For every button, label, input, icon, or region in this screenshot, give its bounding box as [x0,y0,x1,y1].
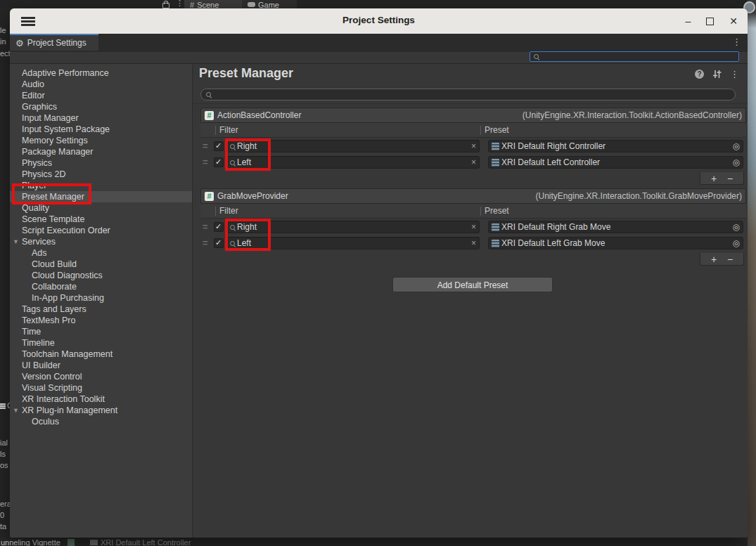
drag-handle-icon[interactable]: = [203,141,208,151]
object-picker-icon[interactable]: ◎ [733,142,740,150]
sidebar-item-physics[interactable]: Physics [10,157,192,169]
section-grabmoveprovider: # GrabMoveProvider (UnityEngine.XR.Inter… [200,188,746,267]
sidebar-item-memory-settings[interactable]: Memory Settings [10,135,192,146]
clear-icon[interactable]: × [471,222,476,232]
preset-sliders-icon[interactable] [712,70,722,79]
sidebar-item-timeline[interactable]: Timeline [10,337,192,349]
sidebar-item-ads[interactable]: Ads [10,247,192,259]
bg-text-fragment: unneling Vignette [1,538,60,546]
add-rule-button[interactable]: + [711,174,717,183]
sidebar-item-collaborate[interactable]: Collaborate [10,281,192,292]
foldout-arrow-icon[interactable]: ▼ [13,405,19,416]
clear-icon[interactable]: × [471,157,476,167]
sidebar-item-physics-2d[interactable]: Physics 2D [10,169,192,180]
sidebar-item-audio[interactable]: Audio [10,79,192,90]
object-picker-icon[interactable]: ◎ [733,239,740,247]
close-button[interactable]: ✕ [729,16,738,26]
remove-rule-button[interactable]: − [727,254,733,264]
sidebar-item-textmesh-pro[interactable]: TextMesh Pro [10,315,192,326]
bg-text-fragment: C [0,401,10,410]
object-picker-icon[interactable]: ◎ [733,158,740,167]
bg-text-fragment: ial [0,438,10,447]
preset-object-field[interactable]: XRI Default Right Controller ◎ [488,140,743,152]
drag-handle-icon[interactable]: = [203,157,208,167]
sidebar-item-scene-template[interactable]: Scene Template [10,214,192,225]
sidebar-item-cloud-diagnostics[interactable]: Cloud Diagnostics [10,270,192,281]
sidebar-item-script-execution-order[interactable]: Script Execution Order [10,225,192,236]
sidebar-item-xr-interaction-toolkit[interactable]: XR Interaction Toolkit [10,394,192,405]
sidebar-item-label: Toolchain Management [22,349,113,359]
window-titlebar[interactable]: Project Settings – ✕ [10,8,748,34]
sidebar-item-cloud-build[interactable]: Cloud Build [10,259,192,270]
sidebar-item-xr-plug-in-management[interactable]: ▼XR Plug-in Management [10,405,192,416]
preset-column-header: Preset [485,123,509,138]
kebab-icon[interactable]: ⋮ [732,37,741,46]
preset-asset-icon [90,540,98,545]
maximize-button[interactable] [706,18,714,25]
object-picker-icon[interactable]: ◎ [733,223,740,231]
enabled-checkbox[interactable] [214,141,224,151]
help-icon[interactable]: ? [695,70,704,79]
preset-search-input[interactable] [212,91,731,99]
remove-rule-button[interactable]: − [727,174,733,183]
enabled-checkbox[interactable] [214,157,224,167]
filter-input[interactable] [237,157,470,167]
drag-handle-icon[interactable]: = [203,221,208,232]
sidebar-item-label: Cloud Build [32,259,77,269]
add-rule-button[interactable]: + [711,254,717,264]
minimize-button[interactable]: – [685,16,691,26]
sidebar-item-services[interactable]: ▼Services [10,236,192,247]
preset-asset-icon [492,159,499,167]
window-search-input[interactable] [539,53,736,60]
filter-input[interactable] [237,238,470,248]
filter-field[interactable]: × [226,221,480,233]
window-search-field[interactable] [530,51,739,62]
sidebar-item-version-control[interactable]: Version Control [10,371,192,382]
filter-input[interactable] [237,141,470,151]
enabled-checkbox[interactable] [214,222,224,232]
sidebar-item-input-system-package[interactable]: Input System Package [10,124,192,135]
tab-project-settings[interactable]: ⚙ Project Settings [10,34,98,51]
sidebar-item-input-manager[interactable]: Input Manager [10,112,192,124]
sidebar-item-adaptive-performance[interactable]: Adaptive Performance [10,67,192,79]
clear-icon[interactable]: × [471,141,476,151]
drag-handle-icon[interactable]: = [203,238,208,248]
filter-field[interactable]: × [226,237,480,249]
bg-text-fragment: ta [0,522,10,531]
add-default-preset-button[interactable]: Add Default Preset [392,277,553,292]
script-icon: # [205,111,214,120]
search-icon [205,91,212,98]
preset-rule-row: = × XRI Default Right Controller ◎ [200,138,746,155]
preset-object-field[interactable]: XRI Default Left Controller ◎ [488,156,743,169]
sidebar-item-time[interactable]: Time [10,326,192,337]
foldout-arrow-icon[interactable]: ▼ [13,236,19,247]
filter-field[interactable]: × [226,156,480,169]
kebab-icon[interactable]: ⋮ [730,70,739,79]
window-tabstrip: ⚙ Project Settings ⋮ [10,34,748,52]
clear-icon[interactable]: × [471,238,476,248]
tab-scene[interactable]: # Scene [184,0,245,8]
sidebar-item-player[interactable]: Player [10,180,192,191]
filter-input[interactable] [237,222,470,232]
sidebar-item-oculus[interactable]: Oculus [10,416,192,427]
sidebar-item-label: Input Manager [22,113,79,123]
preset-search-field[interactable] [200,89,736,100]
sidebar-item-ui-builder[interactable]: UI Builder [10,360,192,371]
preset-object-field[interactable]: XRI Default Right Grab Move ◎ [488,221,743,233]
sidebar-item-quality[interactable]: Quality [10,202,192,214]
sidebar-item-package-manager[interactable]: Package Manager [10,146,192,157]
sidebar-item-tags-and-layers[interactable]: Tags and Layers [10,304,192,315]
sidebar-item-label: Tags and Layers [22,304,87,314]
list-icon [0,403,6,409]
page-title: Preset Manager [199,66,293,81]
sidebar-item-editor[interactable]: Editor [10,90,192,101]
filter-field[interactable]: × [226,140,480,152]
preset-object-field[interactable]: XRI Default Left Grab Move ◎ [488,237,743,249]
sidebar-item-preset-manager[interactable]: Preset Manager [10,191,192,202]
enabled-checkbox[interactable] [214,238,224,248]
sidebar-item-in-app-purchasing[interactable]: In-App Purchasing [10,292,192,304]
sidebar-item-graphics[interactable]: Graphics [10,101,192,112]
sidebar-item-visual-scripting[interactable]: Visual Scripting [10,382,192,394]
tab-game[interactable]: Game [242,0,297,8]
sidebar-item-toolchain-management[interactable]: Toolchain Management [10,349,192,360]
